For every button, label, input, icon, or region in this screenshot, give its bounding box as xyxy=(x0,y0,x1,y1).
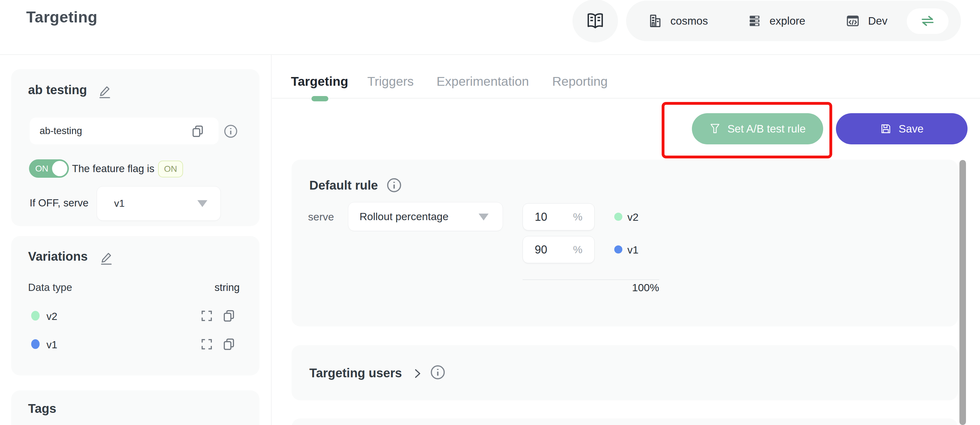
save-button[interactable]: Save xyxy=(836,113,967,144)
copy-variation-icon[interactable] xyxy=(222,337,236,351)
breadcrumb: cosmos explore xyxy=(626,1,961,41)
targeting-users-title: Targeting users xyxy=(309,366,402,380)
percent-sign: % xyxy=(573,211,582,223)
variation-color-dot xyxy=(31,311,40,320)
breadcrumb-environment[interactable]: Dev xyxy=(846,1,888,41)
breadcrumb-project[interactable]: explore xyxy=(748,1,805,41)
tags-title: Tags xyxy=(28,402,56,415)
chevron-down-icon xyxy=(479,213,488,220)
serve-label: serve xyxy=(308,211,334,223)
chevron-right-icon[interactable] xyxy=(412,367,423,380)
expand-variation-icon[interactable] xyxy=(200,337,213,351)
rollout-value: 10 xyxy=(535,210,547,224)
flag-key-field[interactable]: ab-testing xyxy=(30,118,219,144)
switch-environment-button[interactable] xyxy=(907,8,948,34)
active-tab-indicator xyxy=(312,96,328,101)
flag-name: ab testing xyxy=(28,83,87,97)
toggle-on-label: ON xyxy=(35,164,48,174)
tab-targeting[interactable]: Targeting xyxy=(291,74,348,89)
rollout-percentage-input[interactable]: 90 % xyxy=(523,236,595,263)
variation-name: v1 xyxy=(46,339,57,351)
flag-status-badge: ON xyxy=(158,161,183,177)
variation-name: v2 xyxy=(46,310,57,322)
flag-status-text: The feature flag is xyxy=(72,163,154,175)
flag-key-value: ab-testing xyxy=(40,125,82,137)
off-serve-select[interactable]: v1 xyxy=(97,186,221,221)
header-divider xyxy=(0,54,980,55)
edit-variations-icon[interactable] xyxy=(99,251,113,266)
off-serve-value: v1 xyxy=(114,198,125,209)
rollout-percentage-input[interactable]: 10 % xyxy=(523,203,595,231)
rollout-total: 100% xyxy=(608,282,659,294)
variations-title: Variations xyxy=(28,250,88,263)
feature-flag-toggle[interactable]: ON xyxy=(29,159,69,178)
expand-variation-icon[interactable] xyxy=(200,309,213,323)
off-serve-label: If OFF, serve xyxy=(30,197,89,209)
data-type-label: Data type xyxy=(28,282,72,293)
dispatch-method-select[interactable]: Rollout percentage xyxy=(348,202,503,231)
dispatch-method-value: Rollout percentage xyxy=(360,210,449,223)
tab-reporting[interactable]: Reporting xyxy=(552,74,608,89)
flag-key-info-icon[interactable] xyxy=(223,124,238,139)
rollout-variation-name: v2 xyxy=(627,211,639,223)
tab-triggers[interactable]: Triggers xyxy=(367,74,414,89)
percent-sign: % xyxy=(573,244,582,256)
breadcrumb-organization[interactable]: cosmos xyxy=(648,1,708,41)
breadcrumb-organization-label: cosmos xyxy=(670,15,708,27)
targeting-users-info-icon[interactable] xyxy=(430,364,446,380)
tab-experimentation[interactable]: Experimentation xyxy=(436,74,529,89)
building-icon xyxy=(648,14,662,28)
chevron-down-icon xyxy=(197,200,207,207)
sidebar-divider xyxy=(271,55,272,425)
toggle-knob xyxy=(52,161,67,176)
variation-color-dot xyxy=(614,213,622,221)
rollout-value: 90 xyxy=(535,243,547,256)
variation-color-dot xyxy=(614,245,622,253)
rollout-sum-divider xyxy=(523,279,659,280)
code-window-icon xyxy=(846,14,860,28)
save-icon xyxy=(880,123,892,135)
edit-flag-name-icon[interactable] xyxy=(98,85,112,99)
variation-color-dot xyxy=(31,339,40,349)
page-title: Targeting xyxy=(26,8,98,26)
save-label: Save xyxy=(899,123,924,135)
feature-flag-page: Targeting cosmos xyxy=(0,0,980,425)
server-stack-icon xyxy=(748,14,761,28)
tabs-divider xyxy=(272,98,980,99)
docs-button[interactable] xyxy=(573,0,618,42)
annotation-highlight-box xyxy=(662,102,832,158)
default-rule-title: Default rule xyxy=(309,178,378,193)
book-icon xyxy=(586,12,604,30)
next-section-card xyxy=(291,419,958,425)
swap-arrows-icon xyxy=(919,14,936,29)
copy-flag-key-icon[interactable] xyxy=(191,124,205,138)
copy-variation-icon[interactable] xyxy=(222,309,236,323)
rollout-variation-name: v1 xyxy=(627,244,639,256)
default-rule-info-icon[interactable] xyxy=(386,177,402,193)
data-type-value: string xyxy=(215,282,240,293)
vertical-scrollbar-thumb[interactable] xyxy=(959,160,966,425)
breadcrumb-project-label: explore xyxy=(770,15,805,27)
breadcrumb-environment-label: Dev xyxy=(868,15,888,27)
